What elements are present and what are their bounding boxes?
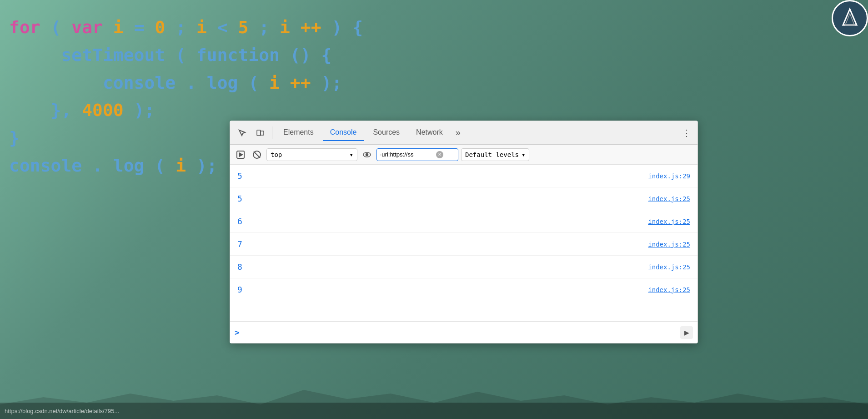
toolbar-divider bbox=[272, 126, 272, 139]
filter-input[interactable] bbox=[380, 151, 434, 158]
console-input-row: > ▶ bbox=[230, 321, 697, 343]
device-toolbar-button[interactable] bbox=[252, 125, 268, 141]
filter-clear-button[interactable]: ✕ bbox=[436, 151, 443, 158]
code-line-3: console . log ( i ++ ); bbox=[9, 69, 363, 97]
devtools-panel: Elements Console Sources Network » ⋮ top… bbox=[230, 121, 698, 343]
svg-line-8 bbox=[254, 151, 260, 158]
svg-marker-6 bbox=[239, 153, 242, 156]
console-source-link[interactable]: index.js:25 bbox=[648, 263, 690, 271]
tab-network[interactable]: Network bbox=[409, 125, 450, 141]
console-row: 7 index.js:25 bbox=[230, 233, 697, 256]
levels-value: Default levels bbox=[465, 151, 519, 158]
console-value: 8 bbox=[237, 262, 242, 272]
tab-elements[interactable]: Elements bbox=[276, 125, 321, 141]
svg-rect-4 bbox=[261, 131, 264, 135]
bottom-url-text: https://blog.csdn.net/dw/article/details… bbox=[5, 408, 119, 414]
console-source-link[interactable]: index.js:25 bbox=[648, 286, 690, 293]
console-value: 5 bbox=[237, 194, 242, 203]
svg-rect-3 bbox=[257, 130, 261, 136]
keyword-for: for bbox=[9, 17, 40, 37]
context-selector[interactable]: top ▾ bbox=[266, 148, 357, 161]
console-prompt-icon: > bbox=[235, 328, 240, 337]
console-source-link[interactable]: index.js:25 bbox=[648, 195, 690, 202]
console-source-link[interactable]: index.js:25 bbox=[648, 241, 690, 248]
bottom-bar: https://blog.csdn.net/dw/article/details… bbox=[0, 403, 868, 419]
console-source-link[interactable]: index.js:29 bbox=[648, 172, 690, 180]
console-value: 7 bbox=[237, 239, 242, 249]
code-line-2: setTimeout ( function () { bbox=[9, 41, 363, 69]
console-input[interactable] bbox=[243, 328, 677, 337]
devtools-tabbar: Elements Console Sources Network » ⋮ bbox=[230, 121, 697, 145]
more-tabs-button[interactable]: » bbox=[452, 127, 464, 138]
log-levels-selector[interactable]: Default levels ▾ bbox=[461, 148, 529, 161]
filter-input-wrapper[interactable]: ✕ bbox=[376, 148, 458, 161]
devtools-menu-button[interactable]: ⋮ bbox=[679, 127, 694, 138]
tab-console[interactable]: Console bbox=[323, 125, 364, 141]
tab-sources[interactable]: Sources bbox=[366, 125, 407, 141]
console-row: 9 index.js:25 bbox=[230, 278, 697, 301]
chevron-down-icon: ▾ bbox=[350, 151, 353, 158]
context-value: top bbox=[271, 151, 282, 158]
console-run-button[interactable]: ▶ bbox=[680, 326, 693, 339]
console-value: 6 bbox=[237, 217, 242, 226]
svg-point-10 bbox=[366, 153, 368, 156]
console-row: 5 index.js:29 bbox=[230, 165, 697, 187]
clear-console-button[interactable] bbox=[250, 148, 264, 162]
code-line-1: for ( var i = 0 ; i < 5 ; i ++ ) { bbox=[9, 14, 363, 41]
console-subtoolbar: top ▾ ✕ Default levels ▾ bbox=[230, 145, 697, 165]
console-value: 9 bbox=[237, 285, 242, 294]
console-row: 8 index.js:25 bbox=[230, 256, 697, 278]
console-row: 6 index.js:25 bbox=[230, 210, 697, 233]
levels-chevron-icon: ▾ bbox=[522, 151, 525, 158]
console-value: 5 bbox=[237, 171, 242, 181]
console-output[interactable]: 5 index.js:29 5 index.js:25 6 index.js:2… bbox=[230, 165, 697, 321]
inspect-element-button[interactable] bbox=[234, 125, 250, 141]
run-script-button[interactable] bbox=[234, 148, 247, 162]
console-row: 5 index.js:25 bbox=[230, 187, 697, 210]
console-source-link[interactable]: index.js:25 bbox=[648, 218, 690, 225]
live-expressions-button[interactable] bbox=[360, 148, 374, 162]
avatar[interactable] bbox=[832, 0, 868, 36]
